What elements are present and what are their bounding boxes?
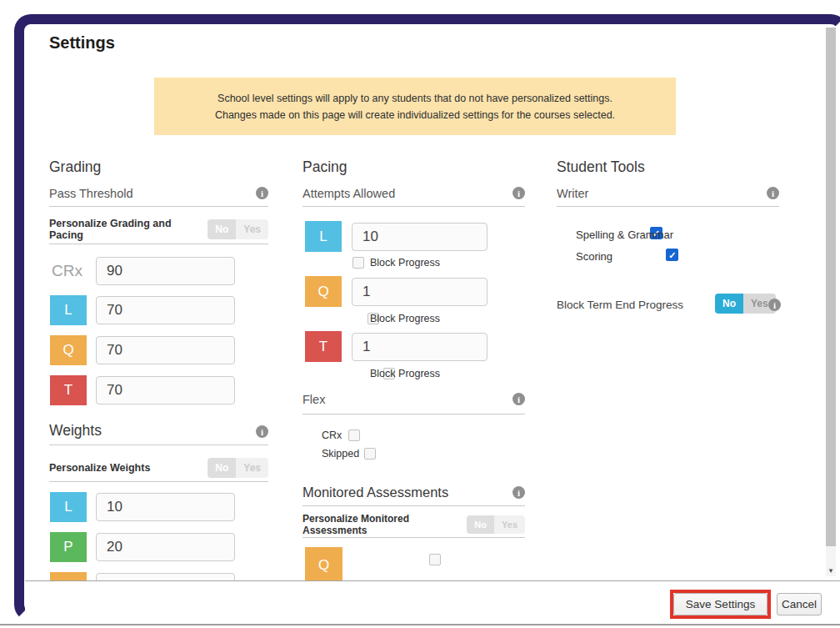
cancel-button[interactable]: Cancel (777, 593, 822, 615)
info-icon[interactable]: i (768, 299, 781, 311)
personalize-grading-row: Personalize Grading and Pacing No Yes (49, 214, 268, 244)
test-badge: T (50, 375, 87, 405)
personalize-monitored-toggle[interactable]: No Yes (467, 515, 525, 534)
quiz-badge: Q (50, 335, 87, 365)
block-progress-checkbox[interactable] (352, 257, 364, 269)
block-progress-label: Block Progress (370, 368, 440, 379)
lesson-badge: L (50, 492, 87, 522)
pass-threshold-label: Pass Threshold (49, 187, 132, 200)
notice-banner: School level settings will apply to any … (154, 78, 676, 135)
weights-header: Weights (49, 422, 102, 440)
flex-label: Flex (302, 393, 325, 406)
toggle-no-option[interactable]: No (467, 515, 494, 534)
monitored-assessments-header: Monitored Assessments (302, 485, 448, 500)
flex-skipped-checkbox[interactable] (364, 448, 376, 460)
toggle-no-option[interactable]: No (715, 294, 743, 314)
quiz-badge: Q (305, 276, 342, 307)
personalize-weights-label: Personalize Weights (49, 462, 150, 474)
personalize-grading-label: Personalize Grading and Pacing (49, 218, 208, 241)
monitored-quiz-checkbox[interactable] (429, 554, 441, 565)
info-icon[interactable]: i (256, 187, 268, 199)
personalize-monitored-label: Personalize Monitored Assessments (302, 513, 467, 536)
info-icon[interactable]: i (767, 187, 779, 199)
toggle-no-option[interactable]: No (208, 458, 236, 478)
project-badge: P (50, 532, 87, 562)
writer-label: Writer (557, 187, 588, 200)
weight-project-input[interactable] (96, 533, 235, 561)
attempts-allowed-label: Attempts Allowed (302, 187, 395, 200)
pass-threshold-row: Pass Threshold i (49, 187, 268, 207)
pass-threshold-lesson-input[interactable] (96, 296, 235, 324)
attempts-lesson-input[interactable] (352, 223, 488, 251)
scoring-checkbox[interactable] (666, 249, 678, 261)
flex-crx-checkbox[interactable] (348, 430, 360, 441)
attempts-test-input[interactable] (352, 333, 488, 361)
toggle-no-option[interactable]: No (208, 219, 236, 239)
scrollbar-thumb[interactable] (826, 28, 836, 546)
flex-crx-label: CRx (322, 430, 342, 441)
monitored-assessments-header-row: Monitored Assessments i (302, 485, 525, 506)
crx-row-label: CRx (52, 262, 82, 280)
flex-row: Flex i (302, 393, 525, 414)
info-icon[interactable]: i (512, 393, 525, 405)
block-progress-label: Block Progress (370, 313, 440, 324)
lesson-badge: L (305, 221, 342, 252)
scrollbar-track[interactable]: ▾ (826, 28, 836, 576)
toggle-yes-option[interactable]: Yes (236, 219, 268, 239)
pass-threshold-test-input[interactable] (96, 376, 235, 404)
notice-line-2: Changes made on this page will create in… (215, 107, 615, 123)
pass-threshold-crx-input[interactable] (96, 257, 235, 285)
weights-header-row: Weights i (49, 422, 268, 445)
toggle-yes-option[interactable]: Yes (494, 515, 525, 534)
student-tools-header: Student Tools (557, 158, 645, 176)
block-progress-label: Block Progress (370, 257, 440, 269)
personalize-weights-toggle[interactable]: No Yes (208, 458, 268, 478)
attempts-quiz-input[interactable] (352, 278, 488, 306)
block-term-end-label: Block Term End Progress (557, 299, 683, 311)
scrollbar-down-arrow-icon[interactable]: ▾ (826, 566, 836, 575)
personalize-weights-row: Personalize Weights No Yes (49, 454, 268, 482)
settings-modal: Settings School level settings will appl… (0, 0, 840, 628)
save-settings-button[interactable]: Save Settings (673, 593, 768, 615)
pacing-header: Pacing (302, 158, 348, 176)
personalize-monitored-row: Personalize Monitored Assessments No Yes (302, 511, 525, 538)
spelling-grammar-label: Spelling & Grammar (576, 229, 673, 241)
weight-lesson-input[interactable] (96, 493, 235, 521)
notice-line-1: School level settings will apply to any … (218, 90, 612, 107)
info-icon[interactable]: i (512, 187, 525, 199)
lesson-badge: L (50, 295, 87, 325)
quiz-badge: Q (305, 547, 342, 584)
info-icon[interactable]: i (512, 486, 525, 499)
personalize-grading-toggle[interactable]: No Yes (208, 219, 268, 239)
flex-skipped-label: Skipped (322, 448, 359, 460)
page-bottom-divider (0, 624, 840, 625)
scoring-label: Scoring (576, 250, 612, 263)
grading-header: Grading (49, 158, 101, 176)
test-badge: T (305, 331, 342, 362)
writer-row: Writer i (557, 187, 779, 207)
page-title: Settings (49, 33, 115, 53)
save-button-highlight: Save Settings (670, 590, 771, 619)
pass-threshold-quiz-input[interactable] (96, 336, 235, 364)
info-icon[interactable]: i (256, 425, 268, 438)
attempts-allowed-row: Attempts Allowed i (302, 187, 525, 207)
toggle-yes-option[interactable]: Yes (236, 458, 268, 478)
block-term-end-toggle[interactable]: No Yes (715, 294, 776, 314)
